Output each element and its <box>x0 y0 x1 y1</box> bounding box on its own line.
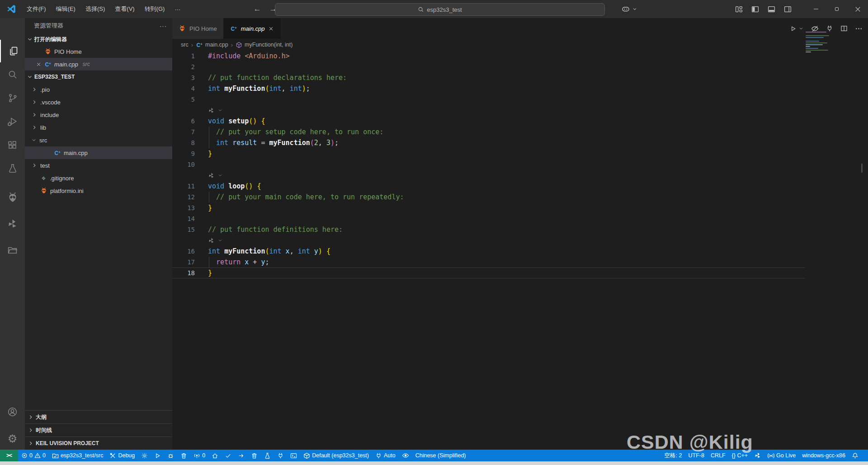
tab-pio-home[interactable]: PIO Home <box>172 18 224 39</box>
code-line[interactable]: 3// put function declarations here: <box>172 72 868 83</box>
menu-item-0[interactable]: 文件(F) <box>22 3 51 15</box>
more-actions-icon[interactable] <box>855 25 863 33</box>
code-line[interactable]: 6void setup() { <box>172 116 868 127</box>
run-dropdown-icon[interactable] <box>798 26 804 31</box>
maximize-button[interactable] <box>826 0 847 18</box>
activity-settings[interactable]: ⚙ <box>0 427 25 450</box>
status-item-language-mode[interactable]: {} C++ <box>729 450 751 461</box>
status-item-port-auto[interactable]: Auto <box>372 450 399 461</box>
project-root-header[interactable]: ESP32S3_TEST <box>25 70 172 83</box>
code-line[interactable]: 5 <box>172 94 868 105</box>
sidebar-section-2[interactable]: KEIL UVISION PROJECT <box>25 437 172 450</box>
code-line[interactable]: 16int myFunction(int x, int y) { <box>172 246 868 257</box>
status-item-serial-ports[interactable]: 0 <box>190 450 208 461</box>
breadcrumb-item[interactable]: Cmain.cpp <box>196 41 228 48</box>
split-editor-icon[interactable] <box>840 25 848 32</box>
status-item-pio-serial-monitor[interactable] <box>274 450 287 461</box>
activity-accounts[interactable] <box>0 400 25 423</box>
sidebar-section-1[interactable]: 时间线 <box>25 423 172 437</box>
code-line[interactable]: 11void loop() { <box>172 181 868 192</box>
sidebar-section-0[interactable]: 大纲 <box>25 410 172 423</box>
tree-item-lib[interactable]: lib <box>25 121 172 134</box>
tree-item-src[interactable]: src <box>25 134 172 146</box>
code-line[interactable]: 10 <box>172 159 868 170</box>
toggle-secondary-sidebar-icon[interactable] <box>781 3 794 15</box>
menu-item-2[interactable]: 选择(S) <box>80 3 110 15</box>
status-item-notifications[interactable] <box>849 450 862 461</box>
activity-run-debug[interactable] <box>0 110 25 133</box>
close-icon[interactable] <box>36 61 42 67</box>
menu-item-5[interactable]: ··· <box>170 3 185 15</box>
tree-item-gitignore[interactable]: .gitignore <box>25 172 172 184</box>
activity-explorer[interactable] <box>0 40 26 62</box>
minimize-button[interactable] <box>806 0 826 18</box>
sidebar-more-actions-icon[interactable]: ··· <box>160 23 167 29</box>
run-file-icon[interactable] <box>790 25 797 32</box>
code-line[interactable]: 2 <box>172 61 868 72</box>
activity-platformio[interactable] <box>0 186 25 209</box>
code-line[interactable]: 12 // put your main code here, to run re… <box>172 192 868 202</box>
copilot-menu[interactable] <box>619 3 637 15</box>
status-item-pio-test[interactable] <box>261 450 274 461</box>
code-line[interactable]: 4int myFunction(int, int); <box>172 83 868 94</box>
open-editor-main-cpp[interactable]: Cmain.cppsrc <box>25 58 172 70</box>
tree-item-pio[interactable]: .pio <box>25 83 172 96</box>
status-item-run[interactable] <box>151 450 164 461</box>
code-line[interactable]: 14 <box>172 213 868 224</box>
tree-item-main-cpp[interactable]: Cmain.cpp <box>25 146 172 159</box>
inline-suggest-widget[interactable] <box>172 235 868 246</box>
open-editors-header[interactable]: 打开的编辑器 <box>25 33 172 45</box>
status-item-clean-1[interactable] <box>177 450 190 461</box>
minimap[interactable] <box>806 32 835 52</box>
menu-item-4[interactable]: 转到(G) <box>140 3 170 15</box>
menu-item-1[interactable]: 编辑(E) <box>51 3 80 15</box>
status-item-go-live[interactable]: Go Live <box>764 450 799 461</box>
code-line[interactable]: 13} <box>172 202 868 213</box>
code-line[interactable]: 8 int result = myFunction(2, 3); <box>172 137 868 148</box>
status-item-debug-bug[interactable] <box>164 450 177 461</box>
status-item-eol[interactable]: CRLF <box>708 450 729 461</box>
close-tab-icon[interactable] <box>268 26 274 32</box>
activity-project-manager[interactable] <box>0 239 25 261</box>
status-item-compiler[interactable]: windows-gcc-x86 <box>799 450 849 461</box>
status-item-pio-project-folder[interactable]: esp32s3_test/src <box>49 450 107 461</box>
code-line[interactable]: 17 return x + y; <box>172 257 868 268</box>
status-item-pio-upload[interactable] <box>235 450 248 461</box>
status-item-codegeex-status[interactable] <box>751 450 764 461</box>
tree-item-vscode[interactable]: .vscode <box>25 96 172 108</box>
activity-test[interactable] <box>0 157 25 180</box>
inline-suggest-widget[interactable] <box>172 105 868 116</box>
status-item-display-language[interactable]: Chinese (Simplified) <box>412 450 469 461</box>
breadcrumb-item[interactable]: src <box>181 42 189 48</box>
toggle-sidebar-icon[interactable] <box>749 3 761 15</box>
tree-item-include[interactable]: include <box>25 108 172 121</box>
command-center-search[interactable]: esp32s3_test <box>275 3 605 16</box>
status-item-pio-terminal[interactable] <box>287 450 300 461</box>
customize-layout-icon[interactable] <box>732 3 745 15</box>
open-editor-pio-home[interactable]: PIO Home <box>25 45 172 58</box>
status-item-problems[interactable]: 00 <box>18 450 49 461</box>
activity-search[interactable] <box>0 63 25 86</box>
status-item-config-gear[interactable] <box>138 450 151 461</box>
code-area[interactable]: 1#include <Arduino.h>23// put function d… <box>172 51 868 278</box>
remote-indicator[interactable]: >< <box>0 450 18 461</box>
status-item-toggle-preview[interactable] <box>399 450 412 461</box>
code-line[interactable]: 18} <box>172 268 805 278</box>
code-line[interactable]: 15// put function definitions here: <box>172 224 868 235</box>
status-item-pio-home[interactable] <box>208 450 222 461</box>
code-line[interactable]: 9} <box>172 148 868 159</box>
activity-codegeex[interactable] <box>0 212 25 235</box>
status-item-indentation[interactable]: 空格: 2 <box>661 450 685 461</box>
back-icon[interactable]: ← <box>253 5 261 14</box>
menu-item-3[interactable]: 查看(V) <box>110 3 139 15</box>
breadcrumb-item[interactable]: myFunction(int, int) <box>236 42 292 48</box>
toggle-panel-icon[interactable] <box>765 3 778 15</box>
serial-monitor-icon[interactable] <box>826 25 833 32</box>
activity-extensions[interactable] <box>0 134 25 156</box>
status-item-pio-debug[interactable]: Debug <box>106 450 138 461</box>
tab-main-cpp[interactable]: Cmain.cpp <box>224 18 281 39</box>
close-button[interactable] <box>847 0 868 18</box>
status-item-pio-env[interactable]: Default (esp32s3_test) <box>300 450 372 461</box>
inline-suggest-widget[interactable] <box>172 170 868 181</box>
status-item-encoding[interactable]: UTF-8 <box>685 450 708 461</box>
